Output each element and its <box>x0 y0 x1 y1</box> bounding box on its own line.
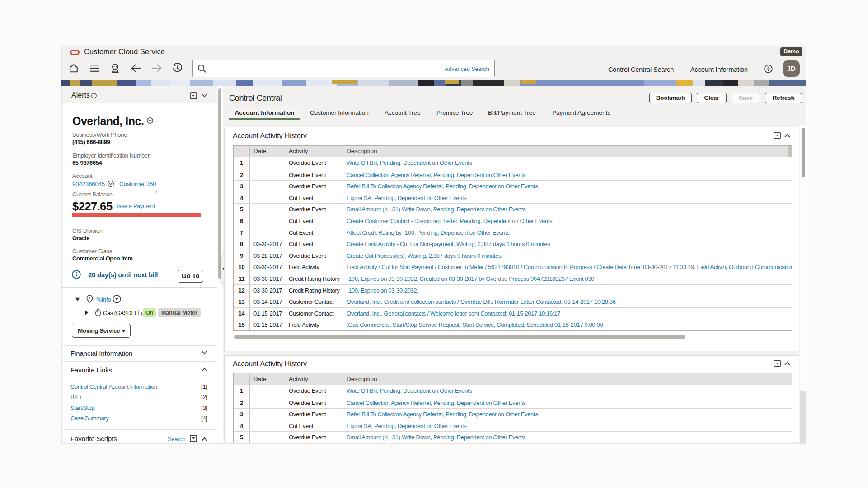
svg-text:?: ? <box>767 66 770 71</box>
